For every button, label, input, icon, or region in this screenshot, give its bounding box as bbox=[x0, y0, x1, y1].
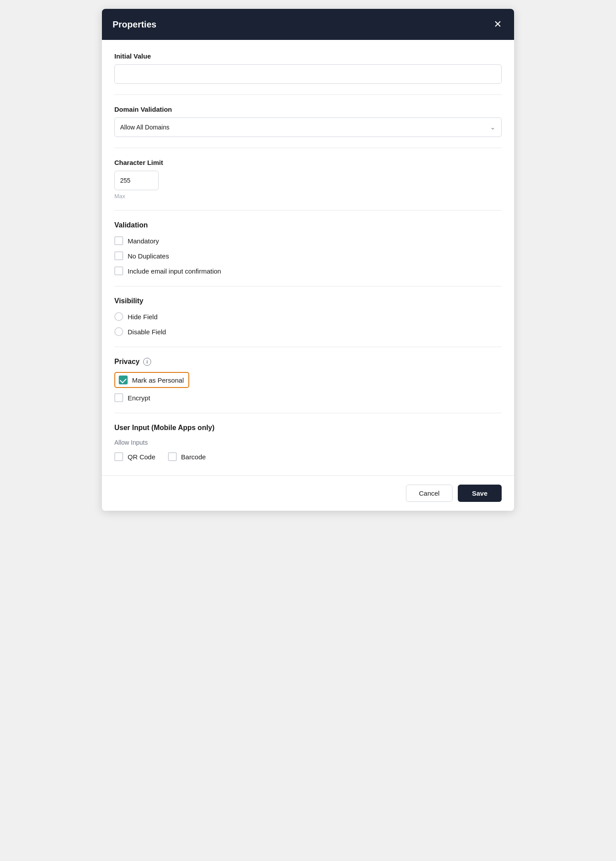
barcode-checkbox[interactable] bbox=[168, 452, 177, 461]
cancel-button[interactable]: Cancel bbox=[406, 485, 452, 502]
save-button[interactable]: Save bbox=[458, 485, 502, 502]
character-limit-helper: Max bbox=[114, 193, 502, 200]
close-button[interactable]: ✕ bbox=[492, 18, 503, 31]
initial-value-label: Initial Value bbox=[114, 52, 502, 60]
encrypt-checkbox[interactable] bbox=[114, 393, 123, 402]
barcode-row: Barcode bbox=[168, 452, 206, 461]
visibility-section: Visibility Hide Field Disable Field bbox=[114, 297, 502, 347]
domain-validation-select[interactable]: Allow All Domains Custom Domains bbox=[114, 117, 502, 137]
disable-field-row: Disable Field bbox=[114, 327, 502, 336]
properties-modal: Properties ✕ Initial Value Domain Valida… bbox=[102, 9, 514, 511]
domain-validation-section: Domain Validation Allow All Domains Cust… bbox=[114, 106, 502, 148]
modal-title: Properties bbox=[113, 20, 156, 30]
hide-field-radio[interactable] bbox=[114, 312, 123, 321]
disable-field-label: Disable Field bbox=[128, 328, 166, 336]
privacy-title: Privacy bbox=[114, 358, 140, 366]
qr-code-row: QR Code bbox=[114, 452, 156, 461]
domain-validation-select-wrapper: Allow All Domains Custom Domains ⌄ bbox=[114, 117, 502, 137]
mandatory-checkbox[interactable] bbox=[114, 236, 123, 245]
encrypt-label: Encrypt bbox=[128, 394, 150, 402]
character-limit-section: Character Limit Max bbox=[114, 159, 502, 211]
qr-code-checkbox[interactable] bbox=[114, 452, 123, 461]
qr-code-label: QR Code bbox=[128, 453, 156, 461]
hide-field-label: Hide Field bbox=[128, 313, 158, 321]
user-input-title: User Input (Mobile Apps only) bbox=[114, 424, 502, 432]
privacy-section: Privacy i Mark as Personal Encrypt bbox=[114, 358, 502, 413]
initial-value-section: Initial Value bbox=[114, 52, 502, 95]
mark-as-personal-checkbox[interactable] bbox=[119, 376, 128, 384]
disable-field-radio[interactable] bbox=[114, 327, 123, 336]
initial-value-input[interactable] bbox=[114, 64, 502, 84]
modal-footer: Cancel Save bbox=[102, 475, 514, 511]
privacy-label-row: Privacy i bbox=[114, 358, 502, 366]
email-confirmation-label: Include email input confirmation bbox=[128, 267, 221, 275]
no-duplicates-label: No Duplicates bbox=[128, 252, 169, 260]
allow-inputs-label: Allow Inputs bbox=[114, 439, 502, 446]
visibility-title: Visibility bbox=[114, 297, 502, 305]
mark-as-personal-label: Mark as Personal bbox=[132, 376, 184, 384]
user-input-section: User Input (Mobile Apps only) Allow Inpu… bbox=[114, 424, 502, 472]
validation-section: Validation Mandatory No Duplicates Inclu… bbox=[114, 221, 502, 286]
no-duplicates-row: No Duplicates bbox=[114, 251, 502, 260]
domain-validation-label: Domain Validation bbox=[114, 106, 502, 113]
email-confirmation-row: Include email input confirmation bbox=[114, 266, 502, 275]
mandatory-label: Mandatory bbox=[128, 237, 159, 245]
validation-title: Validation bbox=[114, 221, 502, 229]
encrypt-row: Encrypt bbox=[114, 393, 502, 402]
modal-header: Properties ✕ bbox=[102, 9, 514, 40]
mark-as-personal-row: Mark as Personal bbox=[114, 372, 189, 388]
character-limit-label: Character Limit bbox=[114, 159, 502, 166]
allow-inputs-checkboxes: QR Code Barcode bbox=[114, 452, 502, 461]
mandatory-row: Mandatory bbox=[114, 236, 502, 245]
email-confirmation-checkbox[interactable] bbox=[114, 266, 123, 275]
modal-body: Initial Value Domain Validation Allow Al… bbox=[102, 40, 514, 472]
barcode-label: Barcode bbox=[181, 453, 206, 461]
no-duplicates-checkbox[interactable] bbox=[114, 251, 123, 260]
privacy-info-icon[interactable]: i bbox=[143, 358, 151, 366]
character-limit-input[interactable] bbox=[114, 171, 159, 190]
hide-field-row: Hide Field bbox=[114, 312, 502, 321]
